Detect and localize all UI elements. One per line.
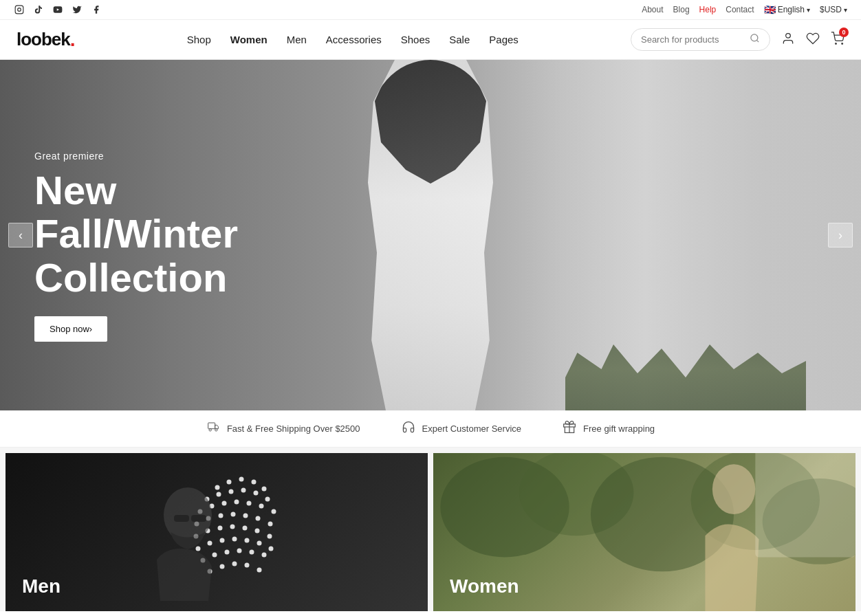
category-women-label: Women: [450, 575, 519, 597]
svg-point-4: [751, 34, 758, 41]
lang-chevron-icon: ▾: [807, 6, 810, 14]
feature-gift: Free gift wrapping: [563, 420, 655, 437]
svg-point-17: [261, 487, 266, 492]
top-bar: About Blog Help Contact 🇬🇧 English ▾ $US…: [0, 0, 861, 20]
svg-point-51: [268, 547, 273, 551]
nav-accessories[interactable]: Accessories: [326, 34, 382, 45]
svg-point-16: [251, 480, 256, 485]
hero-title: New Fall/Winter Collection: [34, 168, 238, 300]
hero-slider: Great premiere New Fall/Winter Collectio…: [0, 60, 861, 410]
instagram-icon[interactable]: [14, 4, 25, 15]
wishlist-icon[interactable]: [806, 32, 820, 48]
svg-point-7: [842, 43, 843, 44]
hero-content: Great premiere New Fall/Winter Collectio…: [34, 151, 238, 342]
currency-label: $USD: [820, 5, 842, 14]
nav-shoes[interactable]: Shoes: [401, 34, 430, 45]
svg-point-10: [215, 429, 217, 431]
svg-point-49: [244, 538, 249, 543]
nav-women[interactable]: Women: [230, 34, 268, 45]
svg-point-50: [257, 541, 261, 546]
account-icon[interactable]: [781, 32, 795, 48]
svg-point-57: [261, 553, 266, 558]
svg-point-42: [242, 526, 247, 531]
svg-rect-8: [208, 423, 215, 429]
svg-rect-0: [15, 6, 23, 14]
logo-text: loobek: [17, 29, 70, 50]
svg-point-29: [259, 504, 263, 509]
logo-dot: .: [70, 29, 75, 51]
svg-rect-64: [174, 515, 189, 522]
header-right: 0: [631, 28, 844, 51]
slider-next-button[interactable]: ›: [828, 223, 853, 248]
shop-now-button[interactable]: Shop now›: [34, 316, 107, 342]
svg-point-35: [243, 514, 248, 518]
feature-support: Expert Customer Service: [402, 420, 522, 437]
social-links: [14, 4, 102, 15]
twitter-icon[interactable]: [72, 4, 83, 15]
svg-point-1: [18, 8, 21, 12]
currency-chevron-icon: ▾: [844, 6, 847, 14]
nav-pages[interactable]: Pages: [489, 34, 519, 45]
cart-icon[interactable]: 0: [831, 32, 844, 48]
feature-gift-text: Free gift wrapping: [583, 424, 655, 434]
features-bar: Fast & Free Shipping Over $2500 Expert C…: [0, 410, 861, 448]
svg-rect-65: [191, 515, 206, 522]
svg-point-5: [786, 33, 791, 38]
nav-sale[interactable]: Sale: [449, 34, 470, 45]
search-icon[interactable]: [750, 33, 760, 46]
header: loobek. Shop Women Men Accessories Shoes…: [0, 20, 861, 60]
categories-section: Men Women: [0, 448, 861, 611]
svg-point-30: [271, 509, 276, 514]
contact-link[interactable]: Contact: [726, 5, 754, 14]
svg-point-15: [239, 477, 243, 482]
nav-shop[interactable]: Shop: [187, 34, 211, 45]
slider-prev-button[interactable]: ‹: [8, 223, 33, 248]
svg-point-56: [249, 550, 254, 555]
language-label: English: [778, 5, 805, 14]
feature-shipping-text: Fast & Free Shipping Over $2500: [227, 424, 360, 434]
about-link[interactable]: About: [642, 5, 663, 14]
svg-point-63: [164, 487, 212, 542]
svg-point-2: [21, 8, 22, 8]
hero-subtitle: Great premiere: [34, 151, 238, 162]
svg-point-22: [253, 491, 258, 496]
svg-point-21: [241, 488, 246, 493]
tiktok-icon[interactable]: [33, 4, 44, 15]
svg-point-6: [836, 43, 837, 44]
svg-point-9: [209, 429, 211, 431]
svg-point-43: [254, 529, 259, 534]
svg-rect-72: [755, 453, 855, 557]
youtube-icon[interactable]: [52, 4, 63, 15]
category-men-label: Men: [22, 575, 61, 597]
svg-point-55: [237, 549, 241, 553]
facebook-icon[interactable]: [91, 4, 102, 15]
svg-point-44: [267, 534, 272, 539]
feature-support-text: Expert Customer Service: [422, 424, 522, 434]
svg-point-28: [246, 501, 251, 506]
language-selector[interactable]: 🇬🇧 English ▾: [764, 4, 810, 15]
cart-count: 0: [839, 28, 849, 37]
search-input[interactable]: [641, 34, 744, 45]
category-men-card[interactable]: Men: [6, 453, 428, 611]
help-link[interactable]: Help: [699, 5, 717, 14]
truck-icon: [206, 421, 220, 436]
feature-shipping: Fast & Free Shipping Over $2500: [206, 421, 360, 436]
flag-icon: 🇬🇧: [764, 4, 776, 15]
search-box[interactable]: [631, 28, 770, 51]
gift-icon: [563, 420, 576, 437]
currency-selector[interactable]: $USD ▾: [820, 5, 847, 14]
svg-point-62: [257, 568, 261, 573]
main-navigation: Shop Women Men Accessories Shoes Sale Pa…: [187, 34, 519, 45]
svg-point-37: [268, 522, 272, 527]
svg-point-71: [712, 464, 755, 514]
top-bar-right: About Blog Help Contact 🇬🇧 English ▾ $US…: [642, 4, 847, 15]
headset-icon: [402, 420, 415, 437]
svg-point-23: [265, 497, 270, 502]
logo[interactable]: loobek.: [17, 29, 75, 51]
svg-point-61: [244, 563, 249, 568]
svg-point-36: [255, 516, 260, 521]
blog-link[interactable]: Blog: [673, 5, 690, 14]
nav-men[interactable]: Men: [287, 34, 307, 45]
category-women-card[interactable]: Women: [433, 453, 855, 611]
